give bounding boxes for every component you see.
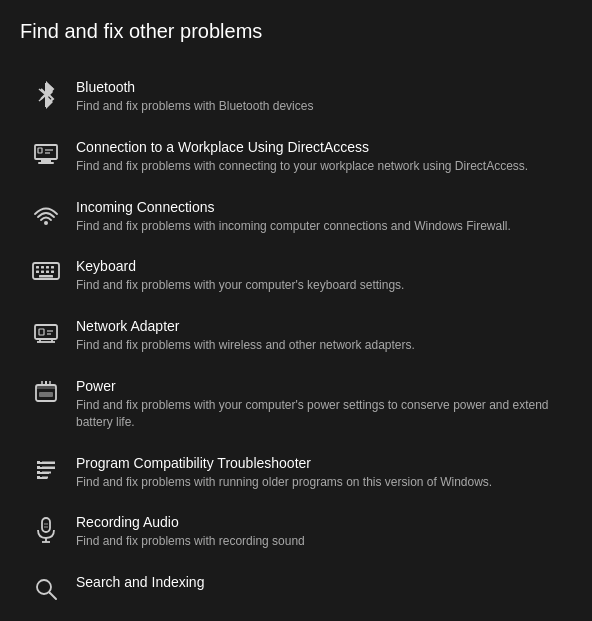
program-compat-icon <box>28 457 64 483</box>
svg-rect-5 <box>38 148 42 153</box>
power-icon <box>28 380 64 406</box>
page-title: Find and fix other problems <box>20 20 572 43</box>
svg-rect-39 <box>37 476 40 479</box>
svg-rect-13 <box>51 266 54 269</box>
search-indexing-icon <box>28 576 64 602</box>
item-text: Recording Audio Find and fix problems wi… <box>76 514 305 550</box>
item-text: Network Adapter Find and fix problems wi… <box>76 318 415 354</box>
directaccess-icon <box>28 141 64 167</box>
svg-rect-15 <box>41 271 44 274</box>
item-title: Search and Indexing <box>76 574 204 590</box>
list-item[interactable]: Incoming Connections Find and fix proble… <box>20 187 572 247</box>
keyboard-icon <box>28 260 64 282</box>
svg-rect-36 <box>37 461 40 464</box>
troubleshooter-list: Bluetooth Find and fix problems with Blu… <box>20 67 572 614</box>
item-desc: Find and fix problems with your computer… <box>76 397 564 431</box>
svg-rect-4 <box>38 162 54 164</box>
svg-rect-16 <box>46 271 49 274</box>
item-title: Program Compatibility Troubleshooter <box>76 455 492 471</box>
svg-rect-38 <box>37 471 40 474</box>
svg-rect-10 <box>36 266 39 269</box>
list-item[interactable]: Keyboard Find and fix problems with your… <box>20 246 572 306</box>
item-desc: Find and fix problems with your computer… <box>76 277 404 294</box>
svg-rect-17 <box>51 271 54 274</box>
item-title: Power <box>76 378 564 394</box>
incoming-connections-icon <box>28 201 64 227</box>
item-title: Connection to a Workplace Using DirectAc… <box>76 139 528 155</box>
svg-rect-19 <box>35 325 57 339</box>
item-desc: Find and fix problems with running older… <box>76 474 492 491</box>
list-item[interactable]: Search and Indexing <box>20 562 572 614</box>
list-item[interactable]: Program Compatibility Troubleshooter Fin… <box>20 443 572 503</box>
item-title: Network Adapter <box>76 318 415 334</box>
svg-rect-18 <box>39 275 53 278</box>
item-desc: Find and fix problems with incoming comp… <box>76 218 511 235</box>
item-text: Power Find and fix problems with your co… <box>76 378 564 431</box>
list-item[interactable]: Recording Audio Find and fix problems wi… <box>20 502 572 562</box>
svg-rect-12 <box>46 266 49 269</box>
svg-rect-11 <box>41 266 44 269</box>
item-title: Incoming Connections <box>76 199 511 215</box>
item-desc: Find and fix problems with Bluetooth dev… <box>76 98 313 115</box>
svg-line-50 <box>50 593 57 600</box>
list-item[interactable]: Network Adapter Find and fix problems wi… <box>20 306 572 366</box>
item-text: Bluetooth Find and fix problems with Blu… <box>76 79 313 115</box>
item-text: Incoming Connections Find and fix proble… <box>76 199 511 235</box>
item-title: Bluetooth <box>76 79 313 95</box>
network-adapter-icon <box>28 320 64 346</box>
recording-audio-icon <box>28 516 64 544</box>
item-text: Connection to a Workplace Using DirectAc… <box>76 139 528 175</box>
svg-rect-14 <box>36 271 39 274</box>
item-title: Recording Audio <box>76 514 305 530</box>
item-text: Program Compatibility Troubleshooter Fin… <box>76 455 492 491</box>
svg-point-8 <box>44 221 48 225</box>
item-desc: Find and fix problems with wireless and … <box>76 337 415 354</box>
item-title: Keyboard <box>76 258 404 274</box>
svg-rect-23 <box>39 329 44 335</box>
svg-rect-31 <box>39 392 53 397</box>
svg-rect-27 <box>36 385 56 389</box>
item-text: Search and Indexing <box>76 574 204 593</box>
svg-rect-44 <box>42 518 50 532</box>
list-item[interactable]: Bluetooth Find and fix problems with Blu… <box>20 67 572 127</box>
svg-rect-3 <box>41 159 51 162</box>
item-text: Keyboard Find and fix problems with your… <box>76 258 404 294</box>
item-desc: Find and fix problems with connecting to… <box>76 158 528 175</box>
list-item[interactable]: Power Find and fix problems with your co… <box>20 366 572 443</box>
item-desc: Find and fix problems with recording sou… <box>76 533 305 550</box>
bluetooth-icon <box>28 81 64 109</box>
list-item[interactable]: Connection to a Workplace Using DirectAc… <box>20 127 572 187</box>
svg-rect-37 <box>37 466 40 469</box>
